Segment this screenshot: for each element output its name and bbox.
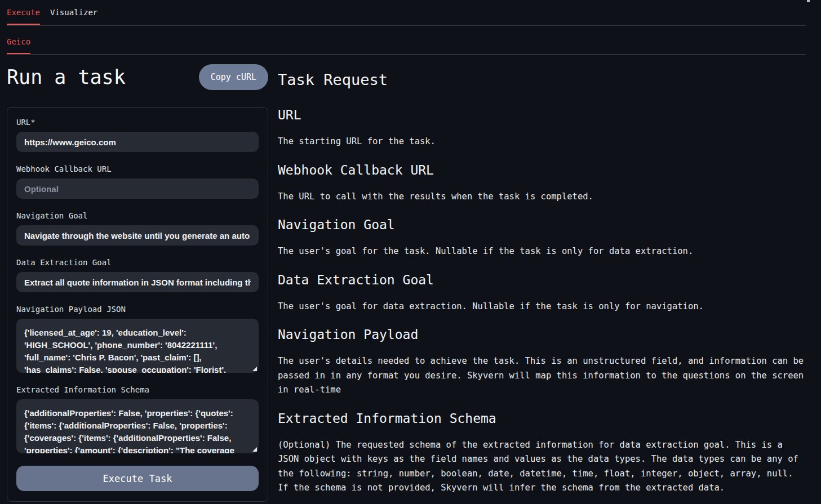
tab-geico[interactable]: Geico (7, 37, 30, 54)
field-extracted-schema: Extracted Information Schema {'additiona… (16, 385, 259, 453)
webhook-label: Webhook Callback URL (16, 164, 259, 173)
doc-heading: Navigation Payload (278, 328, 806, 341)
execute-task-button[interactable]: Execute Task (16, 466, 259, 491)
doc-heading: Navigation Goal (278, 218, 806, 231)
doc-heading: URL (278, 108, 806, 122)
task-form-card: URL* Webhook Callback URL Navigation Goa… (7, 107, 268, 502)
url-label: URL* (16, 118, 259, 127)
doc-body: The URL to call with the results when th… (278, 190, 806, 204)
doc-heading: Extracted Information Schema (278, 412, 806, 425)
navigation-payload-textarea[interactable]: {'licensed_at_age': 19, 'education_level… (16, 319, 259, 373)
doc-heading: Data Extraction Goal (278, 273, 806, 287)
page-title: Run a task (7, 64, 126, 90)
doc-section-webhook: Webhook Callback URL The URL to call wit… (278, 163, 806, 204)
doc-section-navigation-goal: Navigation Goal The user's goal for the … (278, 218, 806, 259)
doc-section-extracted-schema: Extracted Information Schema (Optional) … (278, 412, 806, 496)
tab-execute[interactable]: Execute (7, 8, 40, 25)
field-data-extraction-goal: Data Extraction Goal (16, 258, 259, 292)
doc-body: The user's details needed to achieve the… (278, 354, 806, 398)
primary-tabs: Execute Visualizer (0, 0, 821, 25)
doc-body: The starting URL for the task. (278, 135, 806, 149)
field-webhook: Webhook Callback URL (16, 164, 259, 199)
webhook-input[interactable] (16, 179, 259, 199)
resize-grip-icon[interactable] (252, 367, 257, 371)
navigation-goal-input[interactable] (16, 225, 259, 246)
secondary-tabs: Geico (0, 26, 821, 54)
doc-section-data-extraction-goal: Data Extraction Goal The user's goal for… (278, 273, 806, 314)
app-root: Execute Visualizer Geico Run a task Copy… (0, 0, 821, 504)
data-extraction-goal-label: Data Extraction Goal (16, 258, 259, 267)
extracted-schema-textarea[interactable]: {'additionalProperties': False, 'propert… (16, 399, 259, 453)
task-request-docs: Task Request URL The starting URL for th… (278, 64, 806, 504)
field-navigation-payload: Navigation Payload JSON {'licensed_at_ag… (16, 305, 259, 373)
url-input[interactable] (16, 132, 259, 152)
resize-grip-icon[interactable] (252, 447, 257, 452)
doc-body: The user's goal for the task. Nullable i… (278, 244, 806, 259)
docs-title: Task Request (278, 72, 806, 88)
doc-body: The user's goal for data extraction. Nul… (278, 300, 806, 314)
navigation-payload-label: Navigation Payload JSON (16, 305, 259, 314)
field-navigation-goal: Navigation Goal (16, 211, 259, 246)
doc-heading: Webhook Callback URL (278, 163, 806, 177)
doc-body: (Optional) The requested schema of the e… (278, 438, 806, 496)
run-task-panel: Run a task Copy cURL URL* Webhook Callba… (7, 64, 268, 502)
extracted-schema-label: Extracted Information Schema (16, 385, 259, 394)
field-url: URL* (16, 118, 259, 152)
navigation-goal-label: Navigation Goal (16, 211, 259, 220)
scrollbar-thumb[interactable] (807, 0, 810, 2)
doc-section-navigation-payload: Navigation Payload The user's details ne… (278, 328, 806, 398)
tab-visualizer[interactable]: Visualizer (50, 8, 97, 25)
doc-section-url: URL The starting URL for the task. (278, 108, 806, 149)
run-task-header: Run a task Copy cURL (7, 64, 268, 90)
data-extraction-goal-input[interactable] (16, 272, 259, 292)
main-content: Run a task Copy cURL URL* Webhook Callba… (0, 55, 821, 504)
copy-curl-button[interactable]: Copy cURL (199, 64, 268, 90)
